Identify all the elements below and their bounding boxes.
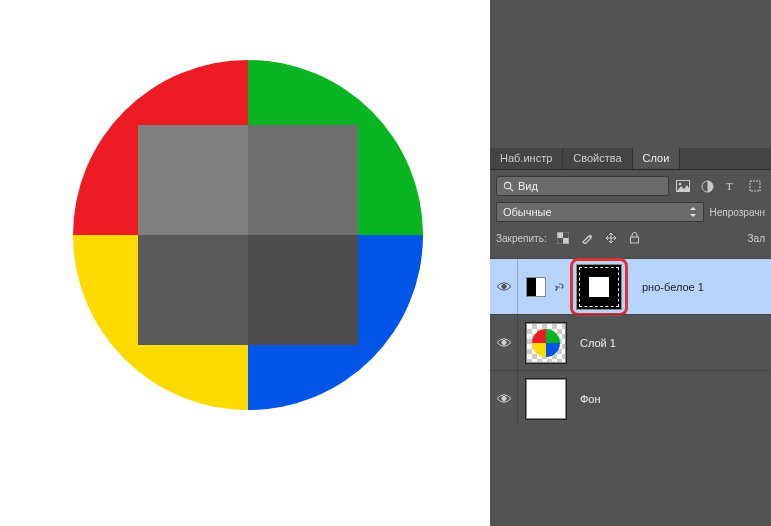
lock-row: Закрепить: Зал — [496, 228, 765, 252]
layer-1[interactable]: Слой 1 — [490, 314, 771, 370]
filter-image-icon[interactable] — [675, 178, 691, 194]
layer-thumb[interactable] — [526, 379, 566, 419]
svg-line-10 — [510, 188, 513, 191]
eye-icon — [496, 337, 512, 348]
canvas-area[interactable] — [0, 0, 490, 526]
filter-label: Вид — [518, 180, 538, 192]
visibility-toggle[interactable] — [490, 315, 518, 370]
visibility-toggle[interactable] — [490, 371, 518, 426]
eye-icon — [496, 281, 512, 292]
svg-rect-25 — [531, 343, 546, 358]
blend-mode-value: Обычные — [503, 206, 552, 218]
lock-label: Закрепить: — [496, 233, 547, 244]
lock-transparent-icon[interactable] — [555, 230, 571, 246]
svg-rect-7 — [138, 235, 248, 345]
layer-adjustment-bw[interactable]: рно-белое 1 — [490, 258, 771, 314]
filter-shape-icon[interactable] — [747, 178, 763, 194]
svg-rect-23 — [531, 328, 546, 343]
svg-point-12 — [679, 183, 682, 186]
svg-rect-15 — [750, 181, 760, 191]
lock-pixels-icon[interactable] — [579, 230, 595, 246]
svg-point-21 — [501, 340, 506, 345]
eye-icon — [496, 393, 512, 404]
svg-rect-16 — [557, 232, 563, 238]
layer-name[interactable]: Фон — [580, 393, 601, 405]
filter-icons: T — [675, 178, 765, 194]
tab-properties[interactable]: Свойства — [563, 148, 632, 169]
link-icon[interactable] — [552, 281, 564, 293]
search-icon — [503, 181, 514, 192]
filter-adjust-icon[interactable] — [699, 178, 715, 194]
panels-area: Наб.инстр Свойства Слои Вид T Обычные Не… — [490, 0, 771, 526]
layer-name[interactable]: рно-белое 1 — [642, 281, 704, 293]
blend-mode-select[interactable]: Обычные — [496, 202, 704, 222]
adjustment-thumb[interactable] — [526, 277, 546, 297]
layer-name[interactable]: Слой 1 — [580, 337, 616, 349]
updown-icon — [689, 207, 697, 217]
svg-rect-5 — [138, 125, 248, 235]
svg-rect-8 — [248, 235, 358, 345]
tab-layers[interactable]: Слои — [633, 148, 681, 169]
svg-rect-24 — [546, 328, 561, 343]
layer-thumb[interactable] — [526, 323, 566, 363]
layer-background[interactable]: Фон — [490, 370, 771, 426]
svg-rect-26 — [546, 343, 561, 358]
svg-text:T: T — [726, 180, 733, 192]
layers-list: рно-белое 1 Слой 1 — [490, 258, 771, 426]
panel-tabs: Наб.инстр Свойства Слои — [490, 148, 771, 170]
svg-rect-6 — [248, 125, 358, 235]
svg-point-27 — [501, 396, 506, 401]
layers-panel: Вид T Обычные Непрозрачн Закрепить: Зал — [490, 170, 771, 258]
svg-point-20 — [501, 284, 506, 289]
svg-rect-19 — [631, 237, 639, 243]
layer-filter-select[interactable]: Вид — [496, 176, 669, 196]
canvas-artwork — [68, 55, 428, 417]
svg-rect-17 — [563, 238, 569, 244]
lock-all-icon[interactable] — [627, 230, 643, 246]
fill-label: Зал — [748, 233, 765, 244]
visibility-toggle[interactable] — [490, 259, 518, 314]
mask-highlight — [570, 258, 628, 316]
tab-navigator[interactable]: Наб.инстр — [490, 148, 563, 169]
opacity-label: Непрозрачн — [710, 207, 765, 218]
layer-mask-thumb[interactable] — [576, 264, 622, 310]
filter-type-icon[interactable]: T — [723, 178, 739, 194]
svg-point-9 — [504, 182, 510, 188]
lock-position-icon[interactable] — [603, 230, 619, 246]
